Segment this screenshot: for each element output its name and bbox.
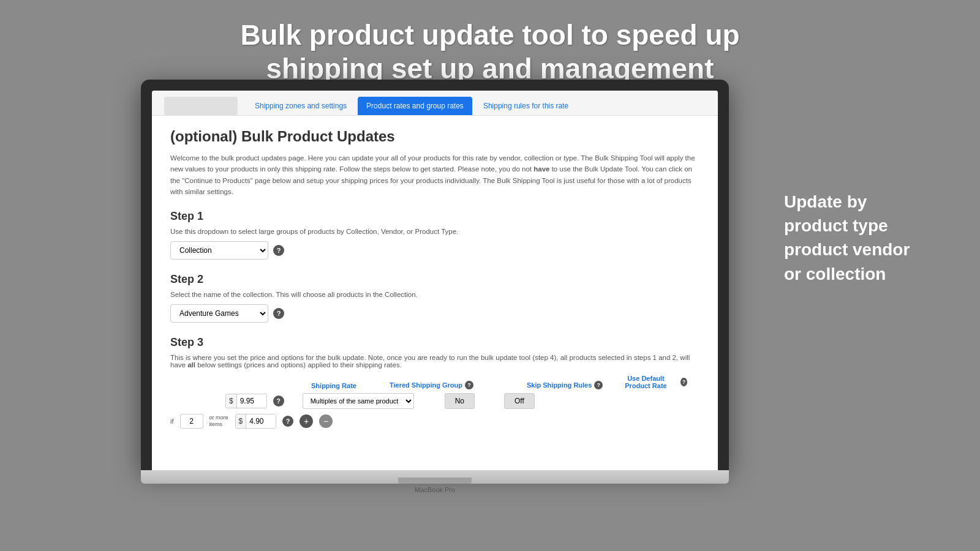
tiered-select-1[interactable]: Multiples of the same product Total item…: [303, 393, 414, 409]
step1-title: Step 1: [170, 210, 699, 223]
step1-block: Step 1 Use this dropdown to select large…: [170, 210, 699, 260]
step2-select[interactable]: Adventure Games Board Games Card Games: [170, 304, 268, 323]
default-rate-btn-1[interactable]: Off: [504, 393, 535, 409]
dollar-sign-1: $: [226, 394, 237, 408]
rate-row-1: $ ? Multiples of the same product Total …: [170, 393, 699, 409]
step2-block: Step 2 Select the name of the collection…: [170, 273, 699, 323]
skip-rules-btn-1[interactable]: No: [445, 393, 475, 409]
step2-input-row: Adventure Games Board Games Card Games ?: [170, 304, 699, 323]
col-header-shipping: Shipping Rate: [300, 382, 368, 389]
step2-desc: Select the name of the collection. This …: [170, 291, 699, 298]
step3-block: Step 3 This is where you set the price a…: [170, 336, 699, 429]
tiered-help-icon[interactable]: ?: [465, 381, 473, 389]
price-input-group-2: $: [235, 414, 277, 429]
col-header-default: Use Default Product Rate ?: [614, 375, 687, 389]
price1-help-icon[interactable]: ?: [273, 395, 284, 407]
description: Welcome to the bulk product updates page…: [170, 152, 699, 198]
step3-desc: This is where you set the price and opti…: [170, 354, 699, 369]
price-input-group-1: $: [225, 394, 267, 408]
main-content: (optional) Bulk Product Updates Welcome …: [152, 116, 718, 465]
quantity-input[interactable]: [180, 414, 203, 429]
if-label: if: [170, 418, 174, 425]
tab-shipping-zones[interactable]: Shipping zones and settings: [246, 97, 355, 115]
remove-row-btn[interactable]: −: [319, 414, 333, 428]
step2-title: Step 2: [170, 273, 699, 286]
laptop-screen: Shipping zones and settings Product rate…: [152, 91, 718, 470]
col-header-skip: Skip Shipping Rules ?: [527, 381, 606, 389]
tab-shipping-rules[interactable]: Shipping rules for this rate: [475, 97, 577, 115]
tab-product-rates[interactable]: Product rates and group rates: [358, 97, 472, 115]
laptop: Shipping zones and settings Product rate…: [141, 80, 729, 493]
step3-title: Step 3: [170, 336, 699, 349]
laptop-label: MacBook Pro: [141, 486, 729, 493]
step1-select[interactable]: Collection Vendor Product Type: [170, 241, 268, 260]
rate-row-2: if or moreitems $ ? + −: [170, 414, 699, 429]
skip-help-icon[interactable]: ?: [594, 381, 603, 389]
dollar-sign-2: $: [236, 414, 247, 428]
or-more-label: or moreitems: [209, 414, 229, 428]
sidebar-text: Update by product type product vendor or…: [784, 190, 931, 286]
add-row-btn[interactable]: +: [300, 414, 313, 428]
tab-placeholder: [164, 97, 238, 115]
header-line1: Bulk product update tool to speed up: [240, 19, 739, 51]
col-header-tiered: Tiered Shipping Group ?: [390, 381, 500, 389]
section-title: (optional) Bulk Product Updates: [170, 128, 699, 145]
price-input-2[interactable]: [246, 414, 276, 428]
step1-desc: Use this dropdown to select large groups…: [170, 228, 699, 235]
laptop-base: [141, 470, 729, 484]
laptop-screen-outer: Shipping zones and settings Product rate…: [141, 80, 729, 470]
step2-help-icon[interactable]: ?: [273, 308, 284, 319]
step1-input-row: Collection Vendor Product Type ?: [170, 241, 699, 260]
price2-help-icon[interactable]: ?: [282, 416, 293, 427]
default-help-icon[interactable]: ?: [680, 378, 687, 386]
tabs-bar: Shipping zones and settings Product rate…: [152, 91, 718, 116]
price-input-1[interactable]: [237, 394, 266, 408]
step1-help-icon[interactable]: ?: [273, 245, 284, 256]
